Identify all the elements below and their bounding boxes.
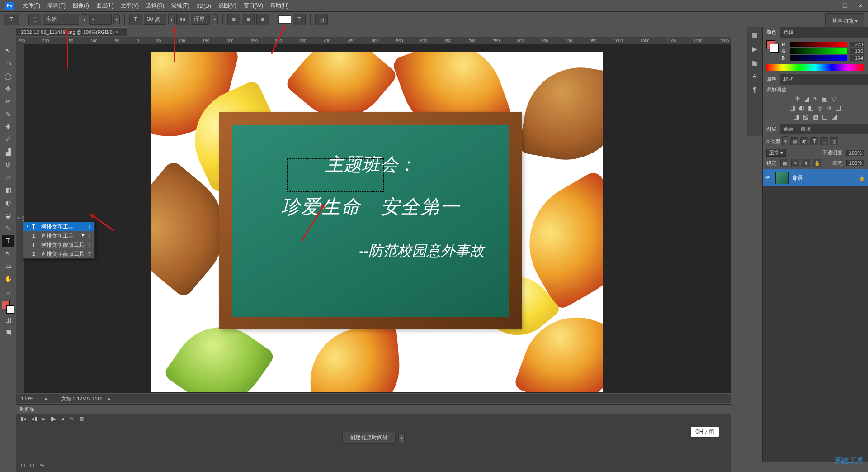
move-tool[interactable]: ↖ <box>2 45 14 57</box>
menu-edit[interactable]: 编辑(E) <box>44 0 69 11</box>
dodge-tool[interactable]: ◒ <box>2 210 14 221</box>
marquee-tool[interactable]: ▭ <box>2 57 14 69</box>
selection-marquee[interactable] <box>287 158 384 192</box>
layer-filter-dropdown[interactable]: ▾ <box>782 136 788 146</box>
warp-text-button[interactable]: Ꮖ <box>293 14 306 25</box>
type-tool[interactable]: T <box>2 235 14 247</box>
window-maximize[interactable]: ❐ <box>837 1 853 10</box>
background-color[interactable] <box>6 305 14 314</box>
hue-ramp[interactable] <box>766 64 864 71</box>
paragraph-panel-icon[interactable]: ¶ <box>753 86 756 93</box>
adj-photo-filter-icon[interactable]: ◎ <box>817 104 823 111</box>
filter-adjust-icon[interactable]: ◐ <box>800 137 808 145</box>
menu-3d[interactable]: 3D(D) <box>193 1 215 10</box>
slider-green[interactable]: G135 <box>782 48 864 54</box>
history-brush-tool[interactable]: ↺ <box>2 159 14 171</box>
ime-indicator[interactable]: CH ♪ 简 <box>691 427 719 437</box>
tab-styles[interactable]: 样式 <box>780 74 797 85</box>
font-family-dropdown[interactable]: ▾ <box>81 14 87 24</box>
properties-panel-icon[interactable]: ▦ <box>752 59 758 66</box>
zoom-tool[interactable]: ⌕ <box>2 286 14 297</box>
align-right-button[interactable]: ≡ <box>256 14 269 25</box>
tab-paths[interactable]: 路径 <box>797 124 814 134</box>
tab-channels[interactable]: 通道 <box>780 124 797 134</box>
layer-row-background[interactable]: 👁 背景 🔒 <box>763 169 868 186</box>
adj-invert-icon[interactable]: ◨ <box>793 113 799 120</box>
footer-icon[interactable]: ↪ <box>40 462 44 468</box>
font-style-dropdown[interactable]: ▾ <box>113 14 120 24</box>
font-family-field[interactable]: 宋体 <box>43 14 79 25</box>
adj-vibrance-icon[interactable]: ▽ <box>831 95 836 102</box>
adj-threshold-icon[interactable]: ▩ <box>812 113 818 120</box>
timeline-play[interactable]: ▸ <box>42 416 45 422</box>
adj-exposure-icon[interactable]: ▣ <box>822 95 828 102</box>
menu-view[interactable]: 视图(V) <box>215 0 240 11</box>
eraser-tool[interactable]: ▱ <box>2 172 14 183</box>
layer-name[interactable]: 背景 <box>792 174 802 182</box>
quick-select-tool[interactable]: ✥ <box>2 83 14 95</box>
tool-preset-button[interactable]: T <box>4 14 19 25</box>
character-panel-icon[interactable]: A <box>752 72 756 80</box>
flyout-horizontal-mask[interactable]: T 横排文字蒙版工具 T <box>23 240 94 249</box>
menu-select[interactable]: 选择(S) <box>142 0 168 11</box>
hand-tool[interactable]: ✋ <box>2 273 14 285</box>
document-tab[interactable]: 2022-12-08_111449.png @ 100%(RGB/8) × <box>16 27 127 36</box>
brush-tool[interactable]: ✐ <box>2 133 14 145</box>
lock-pos-icon[interactable]: ✥ <box>802 159 810 167</box>
text-color-swatch[interactable] <box>278 15 291 24</box>
color-swap[interactable] <box>2 301 14 314</box>
lock-pixel-icon[interactable]: ✎ <box>791 159 799 167</box>
document-canvas[interactable]: 主题班会： 珍爱生命 安全第一 --防范校园意外事故 <box>151 52 603 392</box>
adj-levels-icon[interactable]: ◢ <box>804 95 809 102</box>
status-expand-icon[interactable]: ▸ <box>45 396 48 402</box>
tab-adjustments[interactable]: 调整 <box>763 74 780 85</box>
quickmask-button[interactable]: ◫ <box>2 314 14 325</box>
menu-image[interactable]: 图像(I) <box>69 0 92 11</box>
tab-layers[interactable]: 图层 <box>763 124 780 134</box>
menu-filter[interactable]: 滤镜(T) <box>168 0 193 11</box>
adj-hue-icon[interactable]: ▦ <box>789 104 795 111</box>
timeline-next-frame[interactable]: ▮▸ <box>51 416 56 422</box>
adj-selective-icon[interactable]: ◪ <box>831 113 837 120</box>
gradient-tool[interactable]: ◧ <box>2 184 14 196</box>
fill-field[interactable]: 100% <box>846 160 864 166</box>
history-panel-icon[interactable]: ▤ <box>752 32 758 39</box>
filter-shape-icon[interactable]: ▭ <box>820 137 828 145</box>
slider-red[interactable]: R223 <box>782 42 864 47</box>
text-orientation-button[interactable]: ⌶ <box>28 14 41 25</box>
healing-tool[interactable]: ✚ <box>2 121 14 133</box>
align-center-button[interactable]: ≡ <box>242 14 255 25</box>
adj-lookup-icon[interactable]: ▤ <box>835 104 841 111</box>
filter-smart-icon[interactable]: ◫ <box>830 137 838 145</box>
stamp-tool[interactable]: ▟ <box>2 146 14 158</box>
color-panel-fgbg[interactable] <box>766 40 779 53</box>
lock-trans-icon[interactable]: ▦ <box>780 159 788 167</box>
timeline-split[interactable]: ✂ <box>70 416 74 422</box>
tab-swatches[interactable]: 色板 <box>780 27 797 38</box>
window-minimize[interactable]: — <box>822 1 837 10</box>
antialias-dropdown[interactable]: ▾ <box>212 14 218 24</box>
eyedropper-tool[interactable]: ✎ <box>2 108 14 120</box>
lasso-tool[interactable]: ◯ <box>2 70 14 82</box>
font-size-field[interactable]: 30 点 <box>144 14 166 25</box>
adj-brightness-icon[interactable]: ☀ <box>795 95 801 102</box>
menu-layer[interactable]: 图层(L) <box>93 0 118 11</box>
create-timeline-button[interactable]: 创建视频时间轴 <box>342 432 396 444</box>
menu-file[interactable]: 文件(F) <box>19 0 44 11</box>
adj-bw-icon[interactable]: ◧ <box>808 104 814 111</box>
timeline-tab[interactable]: 时间轴 <box>16 405 731 414</box>
path-select-tool[interactable]: ↖ <box>2 248 14 259</box>
screenmode-button[interactable]: ▣ <box>2 326 14 338</box>
font-size-dropdown[interactable]: ▾ <box>168 14 175 24</box>
menu-help[interactable]: 帮助(H) <box>267 0 292 11</box>
adj-gradient-icon[interactable]: ◫ <box>822 113 828 120</box>
layer-visibility-icon[interactable]: 👁 <box>765 175 773 181</box>
timeline-transition[interactable]: ▨ <box>79 416 84 422</box>
layer-thumbnail[interactable] <box>775 172 789 184</box>
menu-type[interactable]: 文字(Y) <box>117 0 142 11</box>
adj-posterize-icon[interactable]: ▧ <box>803 113 809 120</box>
lock-all-icon[interactable]: 🔒 <box>813 159 821 167</box>
filter-pixel-icon[interactable]: ▤ <box>790 137 798 145</box>
menu-window[interactable]: 窗口(W) <box>240 0 267 11</box>
slider-blue[interactable]: B134 <box>782 55 864 61</box>
